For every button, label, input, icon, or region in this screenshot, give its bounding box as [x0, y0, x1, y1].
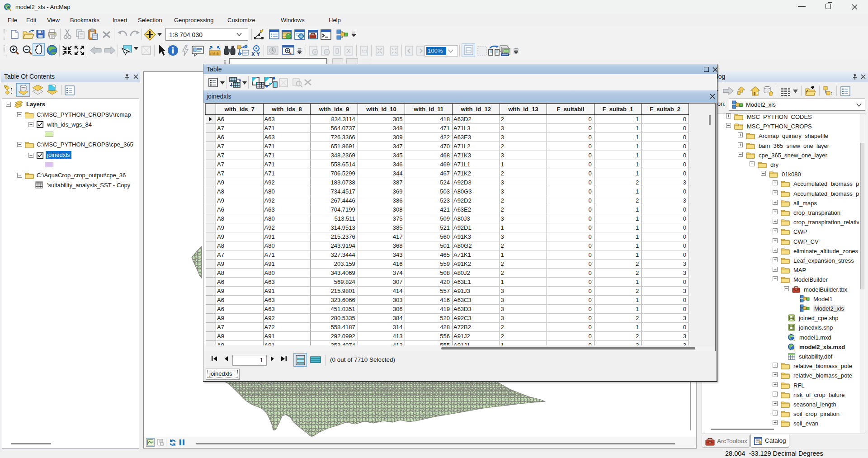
svg-text:X: X — [251, 51, 255, 57]
svg-text:Y: Y — [256, 51, 260, 57]
svg-text:1:1: 1:1 — [362, 49, 368, 53]
